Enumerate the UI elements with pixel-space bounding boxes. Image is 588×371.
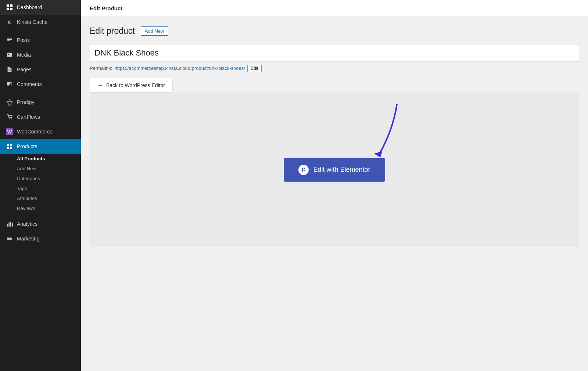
woocommerce-icon: W (6, 128, 13, 135)
svg-rect-13 (7, 147, 9, 149)
add-new-button[interactable]: Add New (141, 26, 168, 36)
pages-label: Pages (17, 67, 32, 72)
back-to-editor-button[interactable]: ← Back to WordPress Editor (90, 78, 173, 93)
dashboard-label: Dashboard (17, 4, 42, 10)
active-arrow-indicator (77, 142, 81, 151)
products-submenu: All Products Add New Categories Tags Att… (0, 154, 81, 213)
products-label: Products (17, 143, 37, 149)
sidebar-item-posts[interactable]: Posts (0, 33, 81, 47)
sidebar-item-pages[interactable]: Pages (0, 62, 81, 77)
svg-rect-0 (7, 4, 9, 7)
marketing-icon (6, 235, 13, 242)
main-content: Edit Product Edit product Add New Permal… (81, 0, 588, 371)
back-arrow-icon: ← (97, 82, 103, 89)
back-to-editor-label: Back to WordPress Editor (106, 82, 165, 88)
cartflows-icon (6, 113, 13, 121)
posts-label: Posts (17, 37, 30, 43)
sidebar-item-kinsta-cache[interactable]: K Kinsta Cache (0, 15, 81, 29)
edit-with-elementor-label: Edit with Elementor (313, 166, 370, 174)
top-bar: Edit Product (81, 0, 588, 17)
cartflows-label: CartFlows (17, 114, 40, 120)
permalink-label: Permalink: (90, 65, 112, 71)
woocommerce-label: WooCommerce (17, 129, 53, 135)
edit-with-elementor-button[interactable]: Edit with Elementor (284, 158, 385, 182)
sidebar-item-products[interactable]: Products (0, 139, 81, 154)
prodigy-icon (6, 99, 13, 106)
top-bar-title: Edit Product (90, 5, 122, 11)
analytics-icon (6, 220, 13, 228)
media-label: Media (17, 52, 31, 58)
svg-rect-12 (10, 144, 12, 146)
sidebar: Dashboard K Kinsta Cache Posts Media Pag… (0, 0, 81, 371)
dashboard-icon (6, 4, 13, 11)
media-icon (6, 51, 13, 58)
kinsta-cache-label: Kinsta Cache (17, 19, 47, 25)
comments-label: Comments (17, 81, 42, 87)
permalink-edit-button[interactable]: Edit (247, 65, 262, 72)
permalink-bar: Permalink: https://ecommercesitep.kinsta… (90, 65, 579, 72)
sidebar-item-analytics[interactable]: Analytics (0, 217, 81, 231)
svg-rect-21 (304, 168, 305, 169)
sidebar-sub-item-reviews[interactable]: Reviews (0, 203, 81, 213)
svg-rect-17 (10, 222, 11, 227)
marketing-label: Marketing (17, 236, 39, 242)
svg-rect-16 (8, 222, 10, 226)
elementor-icon (298, 165, 309, 175)
svg-rect-22 (304, 170, 305, 171)
prodigy-label: Prodigy (17, 99, 34, 105)
sidebar-sub-item-attributes[interactable]: Attributes (0, 193, 81, 203)
sidebar-item-comments[interactable]: Comments (0, 77, 81, 92)
comments-icon (6, 81, 13, 88)
svg-rect-2 (7, 8, 9, 10)
posts-icon (6, 36, 13, 44)
svg-rect-1 (10, 4, 12, 7)
sidebar-item-cartflows[interactable]: CartFlows (0, 110, 81, 124)
product-title-input[interactable] (90, 44, 579, 62)
svg-rect-14 (10, 147, 12, 149)
sidebar-sub-item-add-new[interactable]: Add New (0, 164, 81, 174)
sidebar-item-prodigy[interactable]: Prodigy (0, 95, 81, 110)
back-to-editor-wrapper: ← Back to WordPress Editor (90, 78, 579, 93)
sidebar-item-woocommerce[interactable]: W WooCommerce (0, 124, 81, 139)
page-title: Edit product (90, 26, 135, 37)
products-icon (6, 143, 13, 150)
sidebar-item-marketing[interactable]: Marketing (0, 231, 81, 246)
kinsta-icon: K (6, 18, 13, 26)
permalink-link[interactable]: https://ecommercesitep.kinsta.cloud/prod… (114, 65, 245, 71)
sidebar-sub-item-all-products[interactable]: All Products (0, 154, 81, 164)
analytics-label: Analytics (17, 221, 37, 227)
svg-rect-3 (10, 8, 12, 10)
page-heading-row: Edit product Add New (90, 26, 579, 37)
pages-icon (6, 66, 13, 73)
sidebar-item-dashboard[interactable]: Dashboard (0, 0, 81, 15)
svg-marker-8 (7, 100, 12, 106)
sidebar-item-media[interactable]: Media (0, 47, 81, 62)
sidebar-sub-item-tags[interactable]: Tags (0, 183, 81, 193)
svg-rect-11 (7, 144, 9, 146)
svg-point-10 (11, 118, 12, 119)
svg-marker-19 (374, 151, 382, 157)
svg-rect-20 (302, 168, 303, 172)
svg-rect-15 (7, 224, 8, 226)
svg-rect-18 (12, 223, 13, 226)
page-content: Edit product Add New Permalink: https://… (81, 17, 588, 371)
editor-preview-area: Edit with Elementor (90, 93, 579, 247)
svg-point-9 (9, 118, 10, 119)
sidebar-sub-item-categories[interactable]: Categories (0, 174, 81, 183)
